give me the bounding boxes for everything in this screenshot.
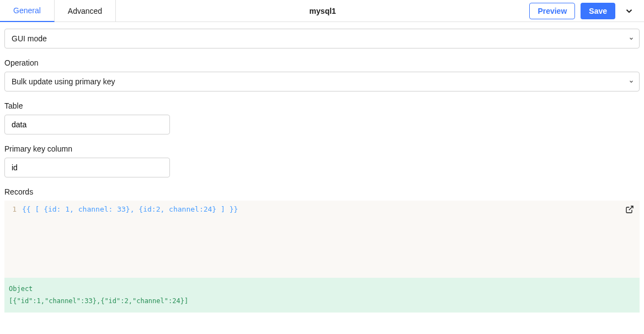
preview-button[interactable]: Preview [529,3,575,19]
mode-select-value: GUI mode [12,34,47,43]
panel-header: General Advanced mysql1 Preview Save [0,0,644,22]
operation-select-value: Bulk update using primary key [12,77,115,86]
expand-editor-button[interactable] [625,205,634,216]
code-content: {{ [ {id: 1, channel: 33}, {id:2, channe… [22,205,238,213]
svg-line-0 [629,206,633,210]
table-input[interactable] [4,115,170,134]
panel-title: mysql1 [310,7,336,15]
header-actions: Preview Save [529,3,637,19]
primary-key-input[interactable] [4,158,170,177]
evaluation-result: Object [{"id":1,"channel":33},{"id":2,"c… [4,278,640,313]
tab-general[interactable]: General [0,0,55,22]
operation-label: Operation [4,58,640,67]
records-code-editor[interactable]: 1 {{ [ {id: 1, channel: 33}, {id:2, chan… [4,201,640,278]
save-button[interactable]: Save [581,3,615,19]
result-value: [{"id":1,"channel":33},{"id":2,"channel"… [9,295,635,308]
mode-select[interactable]: GUI mode [4,29,640,49]
result-type-label: Object [9,283,635,295]
records-label: Records [4,187,640,196]
external-link-icon [625,205,634,214]
table-label: Table [4,101,640,110]
form-content: GUI mode Operation Bulk update using pri… [0,22,644,313]
collapse-toggle[interactable] [621,4,637,18]
tab-advanced[interactable]: Advanced [55,0,116,21]
line-number: 1 [4,205,22,213]
tabs: General Advanced [0,0,116,21]
primary-key-label: Primary key column [4,144,640,153]
operation-select[interactable]: Bulk update using primary key [4,72,640,91]
chevron-down-icon [624,6,634,16]
